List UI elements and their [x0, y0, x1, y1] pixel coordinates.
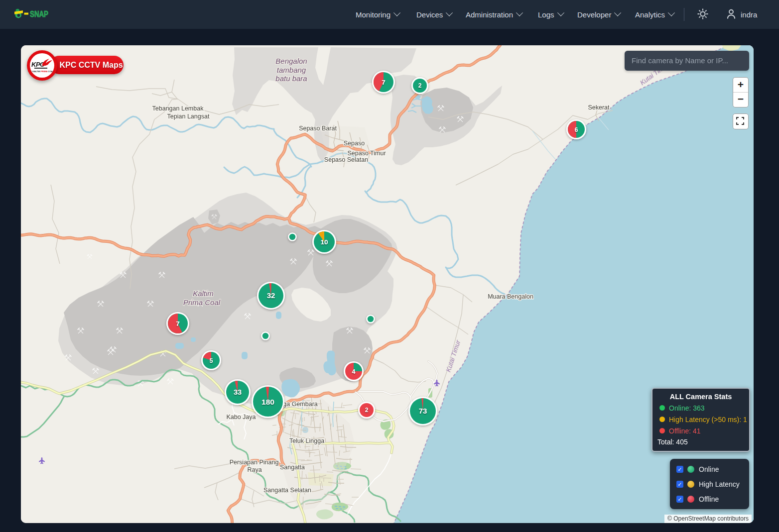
- svg-text:Kaltim: Kaltim: [193, 289, 214, 298]
- svg-text:SNAP: SNAP: [30, 9, 48, 18]
- svg-text:10: 10: [320, 238, 328, 246]
- svg-text:33: 33: [234, 388, 242, 396]
- svg-text:Sepaso Selatan: Sepaso Selatan: [324, 156, 368, 163]
- svg-text:73: 73: [419, 407, 427, 415]
- svg-text:2: 2: [365, 407, 369, 414]
- svg-text:7: 7: [176, 320, 180, 327]
- svg-text:Muara Bengalon: Muara Bengalon: [488, 293, 533, 300]
- svg-text:2: 2: [418, 82, 422, 89]
- svg-text:Teluk Lingga: Teluk Lingga: [289, 437, 324, 444]
- svg-text:Sekerat: Sekerat: [588, 104, 610, 111]
- svg-text:Kabo Jaya: Kabo Jaya: [226, 414, 256, 421]
- svg-text:4: 4: [352, 368, 356, 375]
- svg-text:32: 32: [267, 291, 275, 300]
- svg-text:tambang: tambang: [277, 66, 306, 74]
- svg-text:5: 5: [210, 357, 213, 364]
- svg-text:batu bara: batu bara: [275, 74, 307, 83]
- svg-text:Sepaso Barat: Sepaso Barat: [299, 125, 337, 132]
- svg-text:Tepian Langsat: Tepian Langsat: [167, 113, 210, 120]
- svg-text:Sangatta Selatan: Sangatta Selatan: [263, 487, 311, 494]
- svg-text:Sepaso: Sepaso: [344, 140, 365, 147]
- svg-text:Prima Coal: Prima Coal: [183, 298, 221, 307]
- svg-text:Bengalon: Bengalon: [275, 57, 307, 65]
- svg-text:Tebangan Lembak: Tebangan Lembak: [152, 105, 204, 112]
- svg-text:Raya: Raya: [247, 466, 261, 473]
- svg-text:Sangatta: Sangatta: [280, 464, 305, 471]
- svg-text:Persiapan Pinang: Persiapan Pinang: [230, 459, 279, 466]
- svg-text:6: 6: [575, 126, 578, 133]
- svg-text:7: 7: [382, 79, 386, 86]
- svg-text:180: 180: [261, 398, 274, 406]
- svg-text:Sepaso Timur: Sepaso Timur: [347, 150, 386, 157]
- svg-text:'T KALTIM PRIMA COAL: 'T KALTIM PRIMA COAL: [30, 70, 54, 73]
